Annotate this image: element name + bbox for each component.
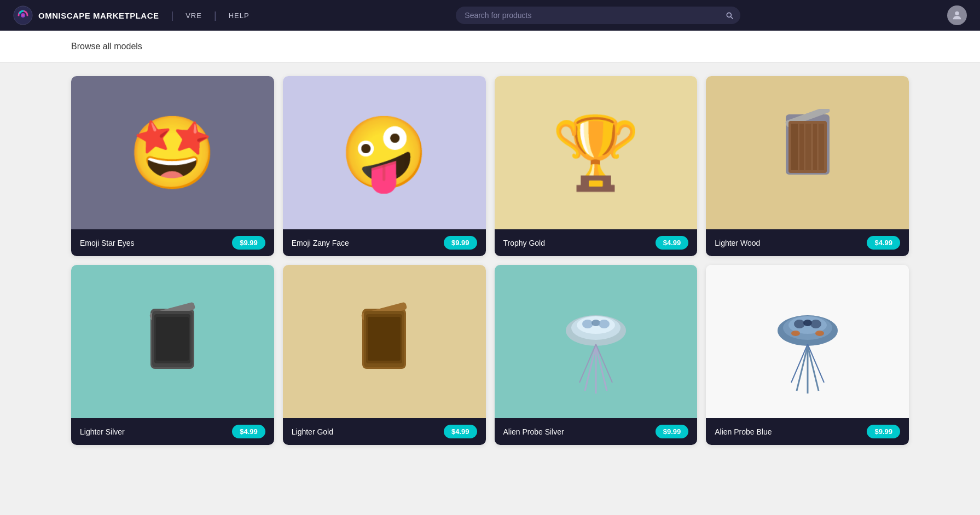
search-area [258, 7, 938, 24]
header: OMNISCAPE MARKETPLACE | VRE | HELP [0, 0, 980, 31]
svg-point-38 [810, 320, 821, 328]
browse-title: Browse all models [71, 42, 909, 51]
nav-help[interactable]: HELP [229, 11, 250, 20]
product-card-5[interactable]: Lighter Silver $4.99 [71, 265, 274, 445]
product-image-8 [706, 265, 909, 418]
product-card-3[interactable]: 🏆 Trophy Gold $4.99 [495, 76, 698, 256]
brand-name: OMNISCAPE MARKETPLACE [38, 11, 159, 20]
product-name-1: Emoji Star Eyes [80, 239, 135, 247]
product-name-5: Lighter Silver [80, 427, 125, 436]
products-grid: 🤩 Emoji Star Eyes $9.99 🤪 Emoji Zany Fac… [0, 63, 980, 458]
product-name-4: Lighter Wood [715, 239, 760, 247]
svg-line-41 [797, 346, 808, 391]
product-card-7[interactable]: Alien Probe Silver $9.99 [495, 265, 698, 445]
user-icon [951, 9, 963, 21]
product-name-7: Alien Probe Silver [503, 427, 564, 436]
product-footer-1: Emoji Star Eyes $9.99 [71, 229, 274, 256]
svg-line-28 [585, 346, 596, 391]
logo-area: OMNISCAPE MARKETPLACE [13, 5, 159, 25]
product-card-8[interactable]: Alien Probe Blue $9.99 [706, 265, 909, 445]
svg-rect-11 [819, 124, 824, 170]
product-image-6 [283, 265, 486, 418]
product-footer-2: Emoji Zany Face $9.99 [283, 229, 486, 256]
search-button[interactable] [725, 11, 734, 20]
product-image-3: 🏆 [495, 76, 698, 229]
page-content: Browse all models 🤩 Emoji Star Eyes $9.9… [0, 31, 980, 515]
svg-rect-7 [791, 124, 798, 170]
product-footer-8: Alien Probe Blue $9.99 [706, 418, 909, 445]
svg-rect-21 [368, 317, 401, 361]
search-icon [725, 11, 734, 20]
product-image-2: 🤪 [283, 76, 486, 229]
price-badge-8: $9.99 [867, 425, 900, 438]
browse-header: Browse all models [0, 31, 980, 63]
price-badge-2: $9.99 [444, 236, 477, 250]
product-image-4 [706, 76, 909, 229]
product-footer-5: Lighter Silver $4.99 [71, 418, 274, 445]
product-card-1[interactable]: 🤩 Emoji Star Eyes $9.99 [71, 76, 274, 256]
search-input[interactable] [456, 7, 740, 24]
svg-point-25 [582, 320, 593, 328]
product-footer-6: Lighter Gold $4.99 [283, 418, 486, 445]
svg-rect-10 [813, 124, 817, 170]
price-badge-1: $9.99 [232, 236, 265, 250]
product-footer-4: Lighter Wood $4.99 [706, 229, 909, 256]
svg-point-40 [815, 331, 824, 336]
svg-rect-8 [799, 124, 804, 170]
product-name-3: Trophy Gold [503, 239, 546, 247]
product-card-4[interactable]: Lighter Wood $4.99 [706, 76, 909, 256]
svg-point-27 [599, 320, 610, 328]
product-name-2: Emoji Zany Face [292, 239, 349, 247]
product-card-2[interactable]: 🤪 Emoji Zany Face $9.99 [283, 76, 486, 256]
search-box [456, 7, 740, 24]
product-image-1: 🤩 [71, 76, 274, 229]
svg-line-43 [808, 346, 819, 391]
svg-point-39 [791, 331, 800, 336]
product-footer-3: Trophy Gold $4.99 [495, 229, 698, 256]
svg-rect-9 [805, 124, 811, 170]
price-badge-7: $9.99 [656, 425, 689, 438]
price-badge-5: $4.99 [232, 425, 265, 438]
svg-point-36 [794, 320, 805, 328]
svg-point-3 [955, 11, 959, 15]
product-name-6: Lighter Gold [292, 427, 333, 436]
price-badge-6: $4.99 [444, 425, 477, 438]
price-badge-4: $4.99 [867, 236, 900, 250]
price-badge-3: $4.99 [656, 236, 689, 250]
svg-point-2 [22, 14, 24, 16]
logo-icon [13, 5, 33, 25]
svg-line-30 [596, 346, 607, 391]
product-footer-7: Alien Probe Silver $9.99 [495, 418, 698, 445]
divider-1: | [171, 10, 174, 21]
nav-vre[interactable]: VRE [185, 11, 202, 20]
product-image-5 [71, 265, 274, 418]
product-card-6[interactable]: Lighter Gold $4.99 [283, 265, 486, 445]
product-image-7 [495, 265, 698, 418]
divider-2: | [214, 10, 217, 21]
svg-rect-16 [156, 317, 189, 361]
user-avatar[interactable] [947, 5, 967, 25]
product-name-8: Alien Probe Blue [715, 427, 772, 436]
